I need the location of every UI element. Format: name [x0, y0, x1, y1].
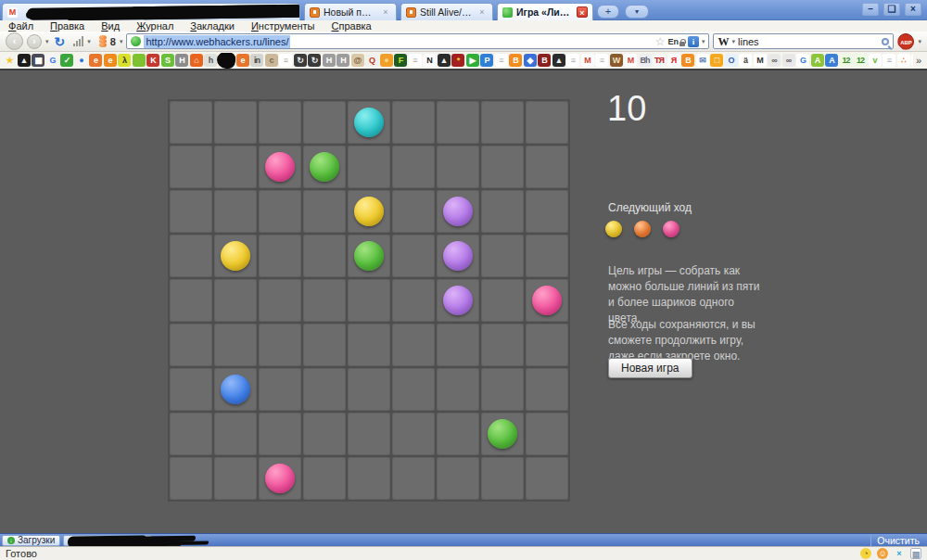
board-cell[interactable] [170, 324, 212, 366]
board-cell[interactable] [214, 101, 257, 144]
bookmark-icon[interactable]: ▲ [18, 54, 31, 67]
bookmark-icon[interactable]: ▦ [32, 54, 44, 67]
bookmark-icon[interactable]: ⌂ [190, 54, 203, 67]
board-cell[interactable] [481, 324, 524, 366]
bookmark-icon[interactable]: ↻ [294, 54, 307, 67]
download-item-censored[interactable] [63, 535, 152, 546]
bookmark-icon[interactable]: * [451, 54, 464, 67]
board-cell[interactable] [481, 457, 524, 500]
bookmark-icon[interactable]: ● [380, 54, 393, 67]
board-cell[interactable] [303, 324, 346, 366]
board-cell[interactable] [259, 190, 301, 233]
ball-yellow[interactable] [221, 241, 250, 271]
new-game-button[interactable]: Новая игра [608, 358, 692, 378]
board-cell[interactable] [526, 235, 568, 277]
board-cell[interactable] [303, 457, 346, 500]
bookmark-icon[interactable] [133, 54, 146, 67]
search-bar[interactable]: W ▾ lines [713, 33, 894, 49]
bookmark-icon[interactable]: ≡ [279, 54, 292, 67]
menubar-item[interactable]: Правка [42, 20, 93, 32]
bookmark-icon[interactable]: ≡ [495, 54, 508, 67]
bookmarks-overflow-button[interactable]: » [913, 55, 924, 66]
bookmark-icon[interactable]: □ [710, 54, 723, 67]
board-cell[interactable] [303, 190, 346, 233]
board-cell[interactable] [303, 279, 346, 322]
bookmark-icon-censored[interactable] [216, 53, 235, 69]
reload-button[interactable]: ↻ [55, 34, 66, 49]
board-cell[interactable] [348, 279, 390, 322]
bookmark-icon[interactable]: ✉ [696, 54, 709, 67]
board-cell[interactable] [437, 101, 479, 144]
tab-igra-linii-active[interactable]: Игра «Линии» × [497, 3, 593, 20]
board-cell[interactable] [214, 457, 257, 500]
bookmark-icon[interactable]: ✓ [60, 54, 73, 67]
url-input[interactable]: http://www.webhackers.ru/lines/ [144, 35, 290, 48]
bookmark-icon[interactable]: ≡ [883, 54, 895, 67]
board-cell[interactable] [392, 324, 435, 366]
url-bar[interactable]: http://www.webhackers.ru/lines/ ☆ En i ▾ [126, 33, 709, 49]
url-dropdown-icon[interactable]: ▾ [702, 38, 705, 45]
bookmark-icon[interactable]: F [394, 54, 407, 67]
tab-censored[interactable]: M × [2, 3, 300, 20]
tab-novyi-post[interactable]: Новый пост – Lin... × [304, 3, 397, 20]
menubar-item[interactable]: Закладки [182, 20, 243, 32]
bookmark-icon[interactable]: h [204, 54, 217, 67]
board-cell[interactable] [392, 457, 435, 500]
ball-purple[interactable] [443, 197, 473, 226]
bookmark-icon[interactable]: Bh [639, 54, 652, 67]
bookmark-icon[interactable]: W [610, 54, 623, 67]
bookmark-icon[interactable]: Q [365, 54, 378, 67]
minimize-button[interactable]: – [862, 3, 879, 16]
bookmark-icon[interactable]: c [265, 54, 278, 67]
board-cell[interactable] [526, 413, 568, 455]
board-cell[interactable] [214, 146, 257, 188]
bookmark-icon[interactable]: ↻ [308, 54, 321, 67]
board-cell[interactable] [170, 190, 212, 233]
board-cell[interactable] [526, 146, 568, 188]
search-icon[interactable] [882, 38, 889, 45]
bookmark-icon[interactable]: K [146, 54, 159, 67]
board-cell[interactable] [170, 235, 212, 277]
board-cell[interactable] [259, 413, 301, 455]
bookmark-icon[interactable]: ● [75, 54, 88, 67]
board-cell[interactable] [392, 190, 435, 233]
ball-pink[interactable] [532, 286, 562, 315]
bookmark-icon[interactable]: ◆ [524, 54, 537, 67]
new-tab-button[interactable]: + [597, 5, 619, 19]
restore-button[interactable]: ❏ [883, 3, 900, 16]
bookmark-icon[interactable]: ä [739, 54, 752, 67]
bookmark-icon[interactable]: ▲ [438, 54, 451, 67]
ball-pink[interactable] [265, 464, 295, 493]
board-cell[interactable] [259, 235, 301, 277]
bookmark-icon[interactable]: ТЯ [653, 54, 666, 67]
menubar-item[interactable]: Файл [0, 20, 42, 32]
board-cell[interactable] [526, 101, 568, 144]
menubar-item[interactable]: Справка [324, 20, 380, 32]
board-cell[interactable] [214, 190, 257, 233]
bookmark-icon[interactable]: O [725, 54, 738, 67]
board-cell[interactable] [259, 324, 301, 366]
board-cell[interactable] [259, 368, 301, 411]
board-cell[interactable] [481, 146, 524, 188]
info-icon[interactable]: i [688, 36, 699, 47]
board-cell[interactable] [437, 413, 479, 455]
ball-purple[interactable] [443, 286, 473, 315]
all-tabs-button[interactable]: ▾ [625, 5, 649, 19]
board-cell[interactable] [303, 413, 346, 455]
ball-purple[interactable] [443, 241, 473, 271]
bookmark-icon[interactable]: ∞ [782, 54, 795, 67]
board-cell[interactable] [170, 368, 212, 411]
bookmark-icon[interactable]: P [480, 54, 493, 67]
bookmark-icon[interactable]: M [754, 54, 767, 67]
clear-downloads-button[interactable]: Очистить [870, 535, 925, 546]
close-button[interactable]: × [905, 3, 921, 16]
ball-green[interactable] [354, 241, 384, 271]
board-cell[interactable] [303, 368, 346, 411]
board-cell[interactable] [348, 413, 390, 455]
board-cell[interactable] [526, 368, 568, 411]
bookmark-icon[interactable]: ▶ [466, 54, 479, 67]
board-cell[interactable] [437, 146, 479, 188]
board-cell[interactable] [526, 190, 568, 233]
bookmark-icon[interactable]: B [681, 54, 694, 67]
board-cell[interactable] [348, 457, 390, 500]
